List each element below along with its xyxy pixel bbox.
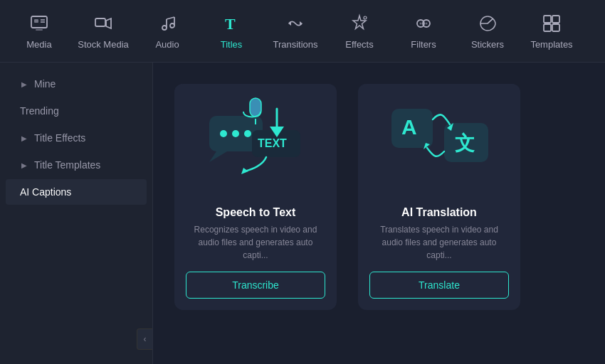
svg-rect-21 bbox=[544, 16, 551, 23]
nav-audio[interactable]: Audio bbox=[135, 0, 199, 63]
svg-point-15 bbox=[364, 16, 367, 19]
sidebar-item-title-effects[interactable]: ▶ Title Effects bbox=[6, 125, 147, 151]
sidebar: ▶ Mine Trending ▶ Title Effects ▶ Title … bbox=[0, 63, 153, 364]
nav-titles-label: Titles bbox=[221, 39, 243, 50]
svg-point-27 bbox=[220, 130, 227, 137]
transcribe-button[interactable]: Transcribe bbox=[186, 272, 325, 299]
svg-rect-5 bbox=[95, 18, 105, 26]
svg-point-18 bbox=[420, 23, 422, 25]
audio-icon bbox=[156, 12, 179, 35]
svg-text:T: T bbox=[225, 15, 236, 33]
sidebar-title-effects-label: Title Effects bbox=[34, 132, 85, 144]
sidebar-title-templates-label: Title Templates bbox=[34, 159, 100, 171]
svg-rect-23 bbox=[544, 24, 551, 31]
nav-transitions[interactable]: Transitions bbox=[263, 0, 327, 63]
speech-to-text-illustration: TEXT bbox=[174, 84, 337, 198]
svg-rect-4 bbox=[36, 29, 43, 31]
sidebar-item-ai-captions[interactable]: AI Captions bbox=[6, 179, 147, 205]
ai-translation-title: AI Translation bbox=[401, 206, 477, 219]
nav-effects-label: Effects bbox=[345, 39, 374, 50]
svg-line-10 bbox=[167, 17, 174, 19]
svg-rect-24 bbox=[552, 24, 559, 31]
titles-icon: T bbox=[220, 12, 243, 35]
sidebar-ai-captions-label: AI Captions bbox=[20, 186, 71, 198]
transitions-icon bbox=[284, 12, 307, 35]
speech-to-text-desc: Recognizes speech in video and audio fil… bbox=[186, 223, 325, 262]
sidebar-mine-label: Mine bbox=[34, 78, 56, 90]
mine-arrow-icon: ▶ bbox=[20, 80, 28, 88]
ai-translation-illustration: A 文 bbox=[358, 84, 520, 198]
speech-to-text-card: TEXT Speech to Text Recognizes speech in… bbox=[174, 84, 337, 310]
effects-icon bbox=[348, 12, 371, 35]
svg-point-29 bbox=[244, 130, 251, 137]
title-templates-arrow-icon: ▶ bbox=[20, 161, 28, 169]
sidebar-trending-label: Trending bbox=[20, 105, 59, 117]
svg-text:A: A bbox=[401, 115, 417, 139]
nav-templates-label: Templates bbox=[530, 39, 572, 50]
nav-stickers-label: Stickers bbox=[471, 39, 504, 50]
nav-templates[interactable]: Templates bbox=[520, 0, 584, 63]
svg-point-19 bbox=[426, 23, 428, 25]
nav-media[interactable]: Media bbox=[7, 0, 71, 63]
stock-media-icon bbox=[92, 12, 115, 35]
svg-line-20 bbox=[488, 18, 493, 23]
nav-transitions-label: Transitions bbox=[273, 39, 317, 50]
svg-text:文: 文 bbox=[455, 132, 475, 154]
nav-filters[interactable]: Filters bbox=[391, 0, 456, 63]
svg-text:TEXT: TEXT bbox=[258, 137, 287, 149]
speech-to-text-body: Speech to Text Recognizes speech in vide… bbox=[174, 198, 337, 310]
nav-effects[interactable]: Effects bbox=[327, 0, 391, 63]
sidebar-item-mine[interactable]: ▶ Mine bbox=[6, 71, 147, 97]
ai-translation-desc: Translates speech in video and audio fil… bbox=[369, 223, 509, 262]
translate-button[interactable]: Translate bbox=[369, 272, 509, 299]
sidebar-collapse-button[interactable]: ‹ bbox=[137, 328, 152, 350]
ai-translation-body: AI Translation Translates speech in vide… bbox=[358, 198, 520, 310]
svg-rect-1 bbox=[34, 19, 38, 23]
stickers-icon bbox=[476, 12, 499, 35]
ai-translation-card: A 文 AI Translation Translates speech in … bbox=[358, 84, 520, 310]
main-layout: ▶ Mine Trending ▶ Title Effects ▶ Title … bbox=[0, 63, 605, 364]
svg-marker-26 bbox=[209, 151, 227, 162]
filters-icon bbox=[412, 12, 435, 35]
templates-icon bbox=[540, 12, 563, 35]
nav-media-label: Media bbox=[26, 39, 51, 50]
content-area: TEXT Speech to Text Recognizes speech in… bbox=[153, 63, 605, 364]
nav-audio-label: Audio bbox=[155, 39, 179, 50]
sidebar-item-title-templates[interactable]: ▶ Title Templates bbox=[6, 152, 147, 178]
media-icon bbox=[28, 12, 51, 35]
sidebar-item-trending[interactable]: Trending bbox=[6, 98, 147, 124]
svg-rect-22 bbox=[552, 16, 559, 23]
nav-stock-media[interactable]: Stock Media bbox=[71, 0, 135, 63]
title-effects-arrow-icon: ▶ bbox=[20, 134, 28, 142]
svg-marker-32 bbox=[241, 168, 248, 174]
nav-filters-label: Filters bbox=[411, 39, 436, 50]
nav-titles[interactable]: T Titles bbox=[199, 0, 263, 63]
nav-stock-label: Stock Media bbox=[78, 39, 129, 50]
top-nav: Media Stock Media Audio T bbox=[0, 0, 605, 63]
sidebar-list: ▶ Mine Trending ▶ Title Effects ▶ Title … bbox=[0, 63, 152, 364]
nav-stickers[interactable]: Stickers bbox=[456, 0, 520, 63]
speech-to-text-title: Speech to Text bbox=[216, 206, 296, 219]
svg-point-28 bbox=[232, 130, 239, 137]
